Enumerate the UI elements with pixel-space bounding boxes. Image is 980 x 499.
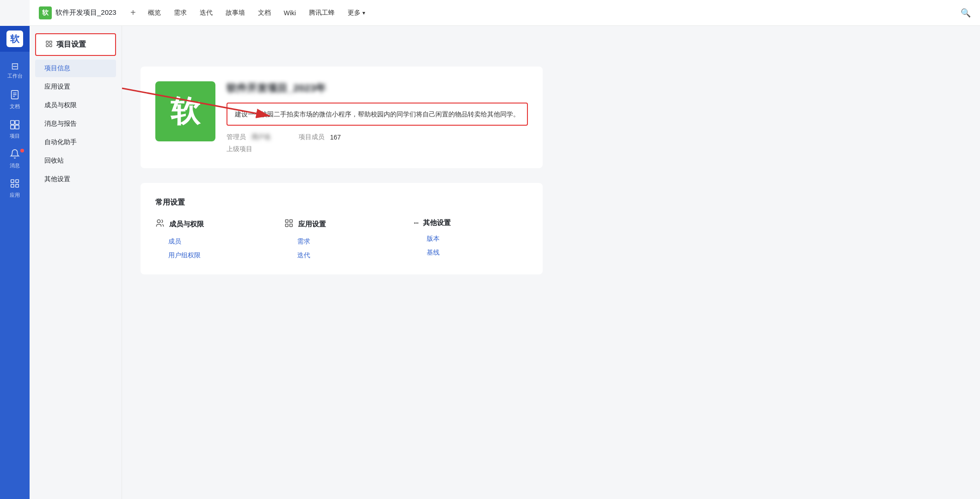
svg-rect-17 [286,220,288,223]
project-nav-info: 软 软件开发项目_2023 [39,6,116,19]
admin-label: 管理员 [227,133,246,141]
top-nav: 软 软件开发项目_2023 + 概览 需求 迭代 故事墙 文档 Wiki 腾讯工… [30,0,980,26]
admin-value: 用户名 [251,133,271,141]
admin-info: 管理员 用户名 [227,133,271,141]
search-icon[interactable]: 🔍 [961,8,971,18]
requirements-link[interactable]: 需求 [284,237,398,246]
apps-label: 应用 [10,192,20,199]
members-perms-label: 成员与权限 [169,220,204,229]
nav-tencent[interactable]: 腾讯工蜂 [303,7,340,19]
project-description-box: 建设一个校园二手拍卖市场的微信小程序，帮助校园内的同学们将自己闲置的物品转卖给其… [227,103,528,126]
nav-more[interactable]: 更多 ▾ [342,7,371,19]
menu-item-other[interactable]: 其他设置 [35,170,116,188]
notification-badge [20,149,24,152]
settings-icon [45,40,53,49]
add-button[interactable]: + [126,6,141,20]
docs-icon [10,90,20,101]
app-settings-category: 应用设置 需求 迭代 [284,219,398,260]
svg-rect-10 [11,184,14,187]
apps-icon [10,178,20,190]
menu-item-members[interactable]: 成员与权限 [35,97,116,114]
menu-item-app-settings[interactable]: 应用设置 [35,78,116,96]
menu-item-recycle[interactable]: 回收站 [35,152,116,170]
sidebar-item-docs[interactable]: 文档 [0,85,30,115]
svg-rect-12 [46,41,49,43]
workbench-label: 工作台 [7,73,23,79]
app-settings-label: 应用设置 [298,220,326,229]
svg-rect-9 [16,180,18,183]
sidebar-item-apps[interactable]: 应用 [0,174,30,203]
messages-icon [10,149,20,160]
settings-sidebar: 项目设置 项目信息 应用设置 成员与权限 消息与报告 自动化助手 回收站 其他设… [30,26,122,499]
menu-item-automation[interactable]: 自动化助手 [35,134,116,151]
main-content: 软 软件开发项目_2023年 建设一个校园二手拍卖市场的微信小程序，帮助校园内的… [122,52,561,499]
sidebar-item-workbench[interactable]: ⊟ 工作台 [0,55,30,85]
sidebar-item-messages[interactable]: 消息 [0,144,30,174]
common-settings-section: 常用设置 成员与权限 [141,183,543,274]
svg-rect-5 [15,121,19,124]
project-logo-large: 软 [155,81,215,141]
project-details: 软件开发项目_2023年 建设一个校园二手拍卖市场的微信小程序，帮助校园内的同学… [227,81,528,153]
other-settings-label: 其他设置 [423,219,451,227]
members-perms-category: 成员与权限 成员 用户组权限 [155,219,270,260]
user-groups-link[interactable]: 用户组权限 [155,251,270,260]
svg-rect-14 [46,44,49,47]
logo-icon: 软 [6,30,23,47]
nav-wiki[interactable]: Wiki [278,7,301,18]
icon-sidebar: 软 ⊟ 工作台 文档 [0,26,30,499]
other-settings-header: ··· 其他设置 [414,219,528,227]
svg-rect-18 [290,220,293,223]
project-info-card: 软 软件开发项目_2023年 建设一个校园二手拍卖市场的微信小程序，帮助校园内的… [141,67,543,168]
settings-grid: 成员与权限 成员 用户组权限 [155,219,528,260]
project-meta: 管理员 用户名 项目成员 167 [227,133,528,141]
svg-rect-11 [16,184,18,187]
svg-rect-20 [290,224,293,227]
svg-rect-15 [49,44,52,47]
app-settings-icon [284,219,294,230]
nav-storywall[interactable]: 故事墙 [220,7,251,19]
common-settings-title: 常用设置 [155,198,528,207]
other-settings-category: ··· 其他设置 版本 基线 [414,219,528,260]
project-icon [10,119,20,131]
nav-iteration[interactable]: 迭代 [194,7,218,19]
messages-label: 消息 [10,162,20,169]
menu-item-notifications[interactable]: 消息与报告 [35,115,116,133]
parent-project: 上级项目 [227,145,528,153]
parent-label: 上级项目 [227,145,252,153]
other-settings-icon: ··· [414,219,418,227]
project-description: 建设一个校园二手拍卖市场的微信小程序，帮助校园内的同学们将自己闲置的物品转卖给其… [235,110,520,118]
version-link[interactable]: 版本 [414,235,528,243]
svg-rect-4 [11,121,14,124]
members-perms-header: 成员与权限 [155,219,270,230]
settings-header: 项目设置 [35,33,116,56]
members-perms-icon [155,219,165,230]
nav-docs[interactable]: 文档 [252,7,276,19]
svg-rect-13 [49,41,52,43]
svg-rect-8 [11,180,14,183]
sidebar-item-project[interactable]: 项目 [0,115,30,144]
app-logo: 软 [0,26,30,52]
app-settings-header: 应用设置 [284,219,398,230]
svg-rect-19 [286,224,288,227]
settings-header-label: 项目设置 [56,40,86,49]
members-link[interactable]: 成员 [155,237,270,246]
project-title: 软件开发项目_2023年 [227,81,326,95]
nav-overview[interactable]: 概览 [142,7,166,19]
project-name: 软件开发项目_2023 [55,8,116,17]
members-label: 项目成员 [299,133,325,141]
svg-rect-6 [11,125,14,129]
docs-label: 文档 [10,103,20,110]
baseline-link[interactable]: 基线 [414,249,528,257]
project-logo-small: 软 [39,6,52,19]
nav-requirements[interactable]: 需求 [168,7,192,19]
project-label: 项目 [10,133,20,140]
menu-item-project-info[interactable]: 项目信息 [35,60,116,77]
members-count: 167 [330,134,341,141]
iteration-link[interactable]: 迭代 [284,251,398,260]
svg-point-16 [157,220,160,223]
svg-rect-7 [15,125,19,129]
workbench-icon: ⊟ [11,61,19,71]
project-title-row: 软件开发项目_2023年 [227,81,528,95]
members-info: 项目成员 167 [299,133,341,141]
